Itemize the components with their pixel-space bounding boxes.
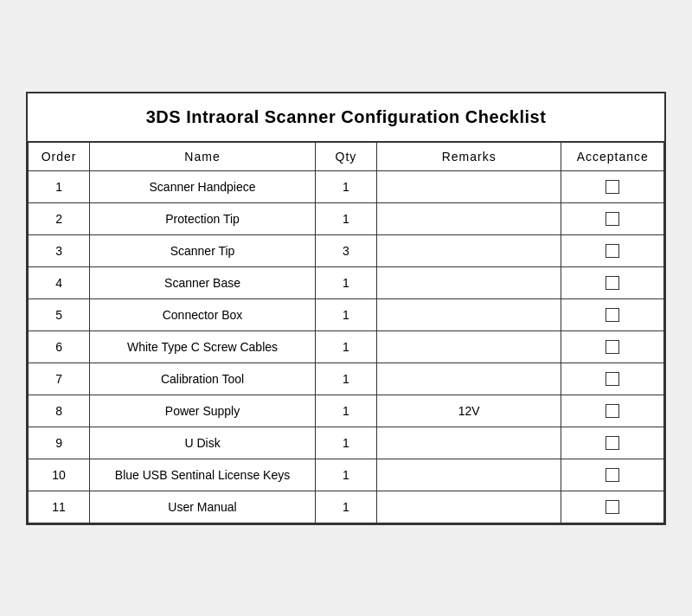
cell-acceptance[interactable] — [561, 202, 664, 234]
cell-name: Connector Box — [90, 298, 316, 330]
checkbox[interactable] — [606, 404, 619, 418]
cell-order: 4 — [29, 266, 90, 298]
cell-acceptance[interactable] — [561, 363, 664, 395]
cell-acceptance[interactable] — [561, 298, 664, 330]
col-header-qty: Qty — [315, 142, 376, 170]
cell-remarks — [377, 234, 561, 266]
col-header-name: Name — [90, 142, 316, 170]
cell-acceptance[interactable] — [561, 395, 664, 427]
table-row: 11User Manual1 — [29, 491, 664, 523]
cell-qty: 1 — [315, 363, 376, 395]
checklist-table: Order Name Qty Remarks Acceptance 1Scann… — [28, 142, 664, 523]
cell-qty: 1 — [315, 202, 376, 234]
table-row: 1Scanner Handpiece1 — [29, 170, 664, 202]
cell-qty: 1 — [315, 170, 376, 202]
checkbox[interactable] — [606, 308, 619, 322]
cell-order: 7 — [29, 363, 90, 395]
checkbox[interactable] — [606, 212, 619, 226]
cell-order: 8 — [29, 395, 90, 427]
checklist-title: 3DS Intraoral Scanner Configuration Chec… — [28, 93, 664, 142]
cell-qty: 1 — [315, 330, 376, 363]
cell-remarks — [377, 330, 561, 363]
cell-order: 6 — [29, 330, 90, 363]
cell-qty: 1 — [315, 395, 376, 427]
cell-order: 3 — [29, 234, 90, 266]
table-row: 2Protection Tip1 — [29, 202, 664, 234]
cell-acceptance[interactable] — [561, 266, 664, 298]
cell-remarks — [377, 427, 561, 459]
cell-name: Protection Tip — [90, 202, 316, 234]
cell-qty: 1 — [315, 298, 376, 330]
cell-qty: 3 — [315, 234, 376, 266]
table-row: 7Calibration Tool1 — [29, 363, 664, 395]
cell-remarks — [377, 170, 561, 202]
cell-order: 5 — [29, 298, 90, 330]
cell-acceptance[interactable] — [561, 491, 664, 523]
cell-qty: 1 — [315, 459, 376, 491]
cell-order: 1 — [29, 170, 90, 202]
cell-remarks — [377, 491, 561, 523]
checkbox[interactable] — [606, 468, 619, 482]
cell-acceptance[interactable] — [561, 234, 664, 266]
cell-order: 10 — [29, 459, 90, 491]
cell-name: U Disk — [90, 427, 316, 459]
table-row: 4Scanner Base1 — [29, 266, 664, 298]
checklist-container: 3DS Intraoral Scanner Configuration Chec… — [26, 92, 666, 525]
col-header-remarks: Remarks — [377, 142, 561, 170]
table-row: 10Blue USB Sentinal License Keys1 — [29, 459, 664, 491]
cell-acceptance[interactable] — [561, 170, 664, 202]
cell-remarks — [377, 202, 561, 234]
col-header-order: Order — [29, 142, 90, 170]
cell-qty: 1 — [315, 491, 376, 523]
cell-qty: 1 — [315, 266, 376, 298]
cell-name: Scanner Tip — [90, 234, 316, 266]
cell-order: 2 — [29, 202, 90, 234]
cell-name: Scanner Handpiece — [90, 170, 316, 202]
checkbox[interactable] — [606, 372, 619, 386]
checkbox[interactable] — [606, 244, 619, 258]
cell-name: Scanner Base — [90, 266, 316, 298]
table-header-row: Order Name Qty Remarks Acceptance — [29, 142, 664, 170]
table-row: 3Scanner Tip3 — [29, 234, 664, 266]
table-row: 6White Type C Screw Cables1 — [29, 330, 664, 363]
cell-name: User Manual — [90, 491, 316, 523]
cell-remarks — [377, 363, 561, 395]
cell-qty: 1 — [315, 427, 376, 459]
checkbox[interactable] — [606, 180, 619, 194]
checkbox[interactable] — [606, 500, 619, 514]
cell-order: 11 — [29, 491, 90, 523]
cell-name: Power Supply — [90, 395, 316, 427]
cell-name: Calibration Tool — [90, 363, 316, 395]
checkbox[interactable] — [606, 276, 619, 290]
cell-remarks — [377, 266, 561, 298]
cell-remarks: 12V — [377, 395, 561, 427]
checkbox[interactable] — [606, 340, 619, 354]
table-row: 8Power Supply112V — [29, 395, 664, 427]
cell-remarks — [377, 298, 561, 330]
cell-name: White Type C Screw Cables — [90, 330, 316, 363]
cell-acceptance[interactable] — [561, 459, 664, 491]
cell-name: Blue USB Sentinal License Keys — [90, 459, 316, 491]
col-header-acceptance: Acceptance — [561, 142, 664, 170]
cell-acceptance[interactable] — [561, 330, 664, 363]
cell-remarks — [377, 459, 561, 491]
cell-order: 9 — [29, 427, 90, 459]
table-row: 5Connector Box1 — [29, 298, 664, 330]
table-row: 9U Disk1 — [29, 427, 664, 459]
checkbox[interactable] — [606, 436, 619, 450]
cell-acceptance[interactable] — [561, 427, 664, 459]
